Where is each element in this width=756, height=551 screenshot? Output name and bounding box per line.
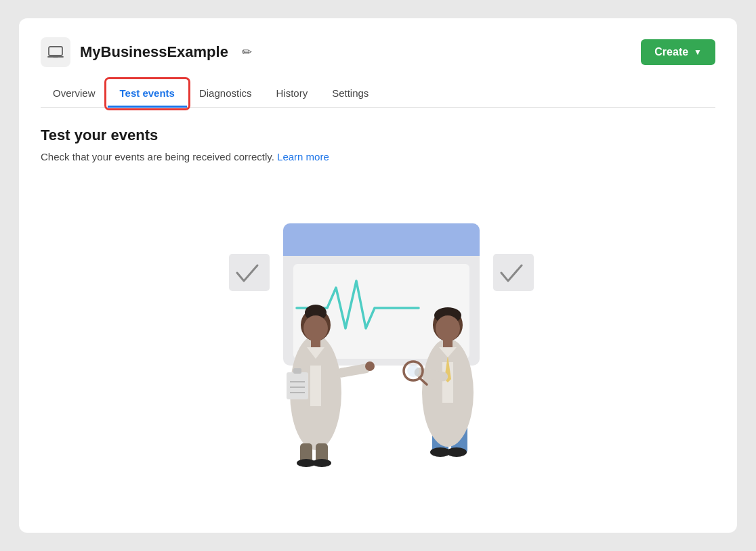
page-content: Test your events Check that your events …	[41, 127, 715, 467]
tab-test-events[interactable]: Test events	[108, 81, 187, 107]
tab-diagnostics[interactable]: Diagnostics	[187, 81, 264, 107]
svg-point-43	[446, 447, 467, 457]
edit-icon[interactable]: ✏	[242, 45, 252, 60]
tabs-bar: Overview Test events Diagnostics History…	[41, 81, 715, 108]
tab-history[interactable]: History	[264, 81, 320, 107]
svg-rect-0	[49, 47, 62, 56]
header: MyBusinessExample ✏ Create ▼	[41, 37, 715, 67]
app-name: MyBusinessExample	[80, 43, 228, 61]
create-button[interactable]: Create ▼	[641, 39, 715, 65]
header-left: MyBusinessExample ✏	[41, 37, 252, 67]
tab-overview[interactable]: Overview	[41, 81, 108, 107]
learn-more-link[interactable]: Learn more	[277, 151, 329, 162]
test-events-illustration	[148, 183, 608, 467]
svg-rect-19	[287, 372, 308, 399]
tab-settings[interactable]: Settings	[320, 81, 381, 107]
illustration	[41, 183, 715, 467]
svg-point-18	[365, 361, 375, 371]
svg-rect-5	[283, 242, 480, 256]
svg-rect-36	[443, 337, 453, 347]
page-description: Check that your events are being receive…	[41, 151, 715, 162]
svg-rect-20	[293, 368, 301, 374]
svg-point-27	[312, 459, 331, 467]
svg-rect-7	[229, 254, 270, 291]
svg-rect-15	[311, 337, 320, 347]
svg-rect-8	[493, 254, 534, 291]
laptop-icon	[47, 44, 64, 60]
create-chevron-icon: ▼	[694, 47, 702, 57]
svg-point-40	[407, 365, 419, 377]
svg-rect-10	[310, 366, 321, 406]
page-title: Test your events	[41, 127, 715, 144]
app-logo	[41, 37, 70, 67]
main-card: MyBusinessExample ✏ Create ▼ Overview Te…	[19, 18, 737, 533]
